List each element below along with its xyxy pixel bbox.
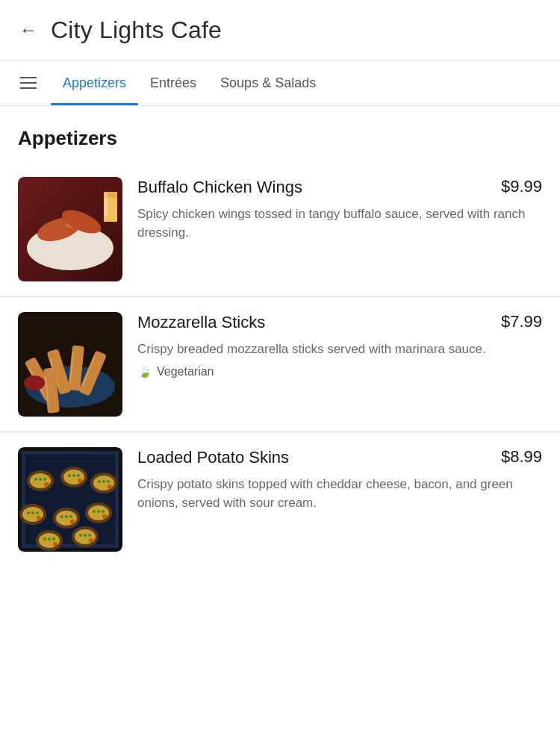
- item-name-potato-skins: Loaded Potato Skins: [137, 447, 501, 469]
- header: ← City Lights Cafe: [0, 0, 560, 60]
- back-arrow-icon: ←: [19, 19, 37, 40]
- item-details-mozzarella-sticks: Mozzarella Sticks $7.99 Crispy breaded m…: [137, 312, 542, 378]
- tab-appetizers[interactable]: Appetizers: [51, 60, 138, 105]
- item-details-buffalo-wings: Buffalo Chicken Wings $9.99 Spicy chicke…: [137, 177, 542, 249]
- tab-entrees[interactable]: Entrées: [138, 60, 208, 105]
- page-title: City Lights Cafe: [51, 16, 222, 44]
- item-name-buffalo-wings: Buffalo Chicken Wings: [137, 177, 501, 199]
- section-heading: Appetizers: [0, 106, 560, 162]
- menu-item-potato-skins[interactable]: Loaded Potato Skins $8.99 Crispy potato …: [0, 432, 560, 567]
- item-price-buffalo-wings: $9.99: [501, 177, 542, 196]
- item-details-potato-skins: Loaded Potato Skins $8.99 Crispy potato …: [137, 447, 542, 519]
- menu-icon-button[interactable]: [12, 60, 45, 105]
- tab-entrees-label: Entrées: [150, 75, 196, 91]
- item-description-mozzarella-sticks: Crispy breaded mozzarella sticks served …: [137, 340, 542, 359]
- item-header-buffalo-wings: Buffalo Chicken Wings $9.99: [137, 177, 542, 199]
- back-button[interactable]: ←: [12, 13, 45, 46]
- item-header-mozzarella-sticks: Mozzarella Sticks $7.99: [137, 312, 542, 334]
- item-description-buffalo-wings: Spicy chicken wings tossed in tangy buff…: [137, 205, 542, 243]
- menu-item-buffalo-wings[interactable]: Buffalo Chicken Wings $9.99 Spicy chicke…: [0, 162, 560, 297]
- tab-soups-salads-label: Soups & Salads: [220, 75, 316, 91]
- tab-appetizers-label: Appetizers: [63, 75, 126, 91]
- leaf-icon: 🍃: [137, 364, 152, 378]
- vegetarian-badge: 🍃 Vegetarian: [137, 364, 542, 378]
- menu-list: Buffalo Chicken Wings $9.99 Spicy chicke…: [0, 162, 560, 567]
- item-image-potato-skins: [18, 447, 122, 552]
- tab-bar: Appetizers Entrées Soups & Salads: [0, 60, 560, 105]
- hamburger-icon: [20, 77, 37, 89]
- item-price-potato-skins: $8.99: [501, 447, 542, 467]
- tab-soups-salads[interactable]: Soups & Salads: [208, 60, 328, 105]
- menu-item-mozzarella-sticks[interactable]: Mozzarella Sticks $7.99 Crispy breaded m…: [0, 297, 560, 432]
- item-description-potato-skins: Crispy potato skins topped with cheddar …: [137, 475, 542, 513]
- item-price-mozzarella-sticks: $7.99: [501, 312, 542, 331]
- item-image-buffalo-wings: [18, 177, 122, 281]
- vegetarian-label: Vegetarian: [157, 365, 214, 378]
- item-name-mozzarella-sticks: Mozzarella Sticks: [137, 312, 501, 334]
- item-image-mozzarella-sticks: [18, 312, 122, 417]
- item-header-potato-skins: Loaded Potato Skins $8.99: [137, 447, 542, 469]
